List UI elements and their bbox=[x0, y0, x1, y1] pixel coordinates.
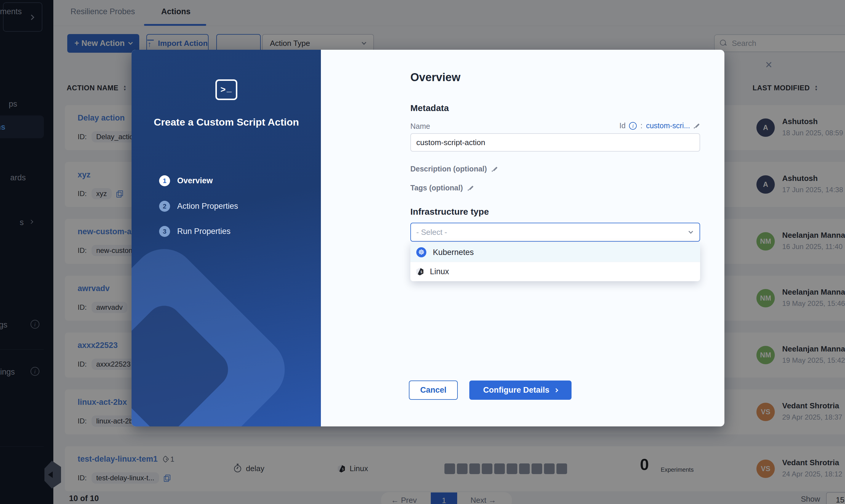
tags-row: Tags (optional) bbox=[410, 184, 474, 192]
app-root: mentspsonsardssgsiettingsi Resilience Pr… bbox=[0, 0, 845, 504]
description-label: Description (optional) bbox=[410, 165, 487, 173]
dropdown-option-linux[interactable]: Linux bbox=[410, 262, 700, 281]
chevron-right-icon bbox=[554, 388, 558, 392]
infrastructure-type-select[interactable]: - Select - bbox=[410, 223, 700, 241]
wizard-step-action-properties[interactable]: 2Action Properties bbox=[159, 201, 238, 212]
tags-label: Tags (optional) bbox=[410, 184, 463, 192]
option-label: Linux bbox=[430, 267, 449, 276]
configure-details-button[interactable]: Configure Details bbox=[469, 380, 571, 400]
linux-icon bbox=[416, 268, 423, 275]
name-input[interactable] bbox=[410, 133, 700, 151]
kubernetes-icon: ☸ bbox=[416, 247, 426, 257]
step-label: Action Properties bbox=[177, 202, 238, 211]
edit-tags-icon[interactable] bbox=[468, 185, 474, 191]
create-custom-script-action-modal: >_ Create a Custom Script Action 1Overvi… bbox=[131, 50, 724, 427]
edit-description-icon[interactable] bbox=[492, 166, 498, 172]
configure-details-label: Configure Details bbox=[483, 385, 550, 395]
id-label: Id bbox=[619, 121, 626, 130]
step-label: Run Properties bbox=[177, 227, 230, 236]
cancel-button[interactable]: Cancel bbox=[409, 380, 458, 400]
id-row: Id i : custom-scri... bbox=[410, 121, 700, 130]
close-icon[interactable]: × bbox=[765, 59, 772, 71]
modal-actions: Cancel Configure Details bbox=[409, 380, 571, 400]
id-separator: : bbox=[640, 121, 642, 130]
info-icon[interactable]: i bbox=[629, 122, 637, 130]
overview-pane: × Overview Metadata Name Id i : custom-s… bbox=[321, 50, 724, 427]
wizard-panel: >_ Create a Custom Script Action 1Overvi… bbox=[131, 50, 321, 427]
terminal-icon: >_ bbox=[215, 79, 237, 100]
step-number: 1 bbox=[159, 175, 170, 186]
infrastructure-type-heading: Infrastructure type bbox=[410, 207, 489, 217]
pane-title: Overview bbox=[410, 71, 460, 84]
option-label: Kubernetes bbox=[433, 248, 474, 257]
step-number: 3 bbox=[159, 226, 170, 237]
edit-id-icon[interactable] bbox=[693, 123, 700, 129]
wizard-step-overview[interactable]: 1Overview bbox=[159, 175, 213, 186]
chevron-down-icon bbox=[689, 229, 693, 234]
wizard-title: Create a Custom Script Action bbox=[149, 115, 303, 129]
wizard-step-run-properties[interactable]: 3Run Properties bbox=[159, 226, 230, 237]
dropdown-option-kubernetes[interactable]: ☸Kubernetes bbox=[410, 243, 700, 262]
select-placeholder: - Select - bbox=[416, 228, 447, 237]
step-number: 2 bbox=[159, 201, 170, 212]
step-label: Overview bbox=[177, 176, 213, 185]
id-value-link[interactable]: custom-scri... bbox=[646, 121, 690, 130]
metadata-heading: Metadata bbox=[410, 103, 449, 113]
infrastructure-dropdown-menu: ☸KubernetesLinux bbox=[410, 243, 700, 281]
description-row: Description (optional) bbox=[410, 165, 498, 173]
